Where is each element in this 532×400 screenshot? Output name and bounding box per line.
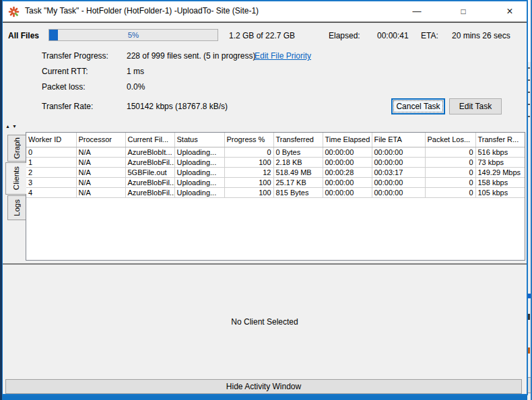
table-cell: 0 bbox=[26, 147, 76, 157]
table-cell: 158 kbps bbox=[475, 177, 525, 187]
tab-label: Logs bbox=[13, 199, 21, 216]
table-cell: 1 bbox=[26, 157, 76, 167]
title-bar: Task "My Task" - HotFolder (HotFolder-1)… bbox=[3, 1, 527, 22]
column-header[interactable]: Progress % bbox=[224, 133, 273, 147]
table-cell: N/A bbox=[76, 177, 125, 187]
tab-label: Graph bbox=[13, 137, 21, 159]
tab-clients[interactable]: Clients bbox=[5, 162, 26, 195]
table-cell: 00:00:00 bbox=[372, 157, 425, 167]
no-client-selected-text: No Client Selected bbox=[3, 317, 527, 327]
detail-pane-divider bbox=[3, 263, 527, 265]
column-header[interactable]: Current Fil... bbox=[125, 133, 174, 147]
splitter-up-icon[interactable]: ▲ bbox=[5, 124, 12, 129]
packet-loss-label: Packet loss: bbox=[42, 82, 86, 92]
hide-activity-window-button[interactable]: Hide Activity Window bbox=[5, 379, 522, 394]
table-row[interactable]: 4N/AAzureBlobFil...Uploading...100815 By… bbox=[26, 187, 525, 197]
current-rtt-value: 1 ms bbox=[127, 67, 144, 76]
table-row[interactable]: 2N/A5GBFile.outUploading...12518.49 MB00… bbox=[26, 167, 525, 177]
titlebar-separator bbox=[3, 22, 527, 23]
table-cell: N/A bbox=[76, 147, 125, 157]
table-cell: 0 Bytes bbox=[273, 147, 323, 157]
table-cell: 00:00:00 bbox=[372, 187, 425, 197]
table-cell: 00:03:17 bbox=[372, 167, 425, 177]
edit-task-button[interactable]: Edit Task bbox=[449, 98, 502, 114]
table-cell: 0 bbox=[425, 157, 475, 167]
table-cell: 00:00:00 bbox=[372, 177, 425, 187]
app-icon bbox=[8, 6, 20, 18]
table-cell: AzureBlobFil... bbox=[125, 187, 174, 197]
eta-label: ETA: bbox=[421, 31, 438, 40]
table-row[interactable]: 0N/AAzureBlobIt...Uploading...00 Bytes00… bbox=[26, 147, 525, 157]
transfer-progress-label: Transfer Progress: bbox=[42, 51, 108, 61]
table-cell: 00:00:00 bbox=[323, 157, 372, 167]
table-cell: Uploading... bbox=[174, 147, 224, 157]
window-title: Task "My Task" - HotFolder (HotFolder-1)… bbox=[25, 6, 259, 15]
tab-label: Clients bbox=[12, 166, 20, 190]
table-cell: 100 bbox=[224, 187, 273, 197]
table-cell: 0 bbox=[425, 187, 475, 197]
table-cell: Uploading... bbox=[174, 157, 224, 167]
background-window-edge bbox=[0, 0, 2, 400]
packet-loss-value: 0.0% bbox=[127, 82, 145, 92]
transfer-progress-value: 228 of 999 files sent. (5 in progress) bbox=[127, 51, 255, 61]
table-cell: 518.49 MB bbox=[273, 167, 323, 177]
column-header[interactable]: Transfer R... bbox=[475, 133, 525, 147]
splitter-down-icon[interactable]: ▼ bbox=[12, 124, 19, 129]
column-header[interactable]: Status bbox=[174, 133, 224, 147]
elapsed-label: Elapsed: bbox=[329, 31, 360, 40]
table-cell: 815 Bytes bbox=[273, 187, 323, 197]
size-progress-label: 1.2 GB of 22.7 GB bbox=[229, 31, 295, 40]
table-cell: 2 bbox=[26, 167, 76, 177]
pane-splitter[interactable]: ▲▼ bbox=[5, 124, 19, 129]
table-cell: 00:00:00 bbox=[323, 187, 372, 197]
elapsed-value: 00:00:41 bbox=[377, 31, 409, 40]
table-cell: 100 bbox=[224, 157, 273, 167]
table-cell: AzureBlobFil... bbox=[125, 157, 174, 167]
eta-value: 20 mins 26 secs bbox=[452, 31, 510, 40]
table-cell: 4 bbox=[26, 187, 76, 197]
table-cell: 00:00:00 bbox=[323, 147, 372, 157]
table-cell: 2.18 KB bbox=[273, 157, 323, 167]
tab-graph[interactable]: Graph bbox=[7, 135, 26, 162]
table-cell: 0 bbox=[425, 177, 475, 187]
table-cell: Uploading... bbox=[174, 177, 224, 187]
edit-file-priority-link[interactable]: Edit File Priority bbox=[255, 51, 311, 61]
background-window-sliver bbox=[527, 0, 532, 400]
table-row[interactable]: 3N/AAzureBlobFil...Uploading...10025.17 … bbox=[26, 177, 525, 187]
column-header[interactable]: Transferred bbox=[273, 133, 323, 147]
transfer-rate-label: Transfer Rate: bbox=[42, 102, 93, 111]
table-cell: 5GBFile.out bbox=[125, 167, 174, 177]
table-cell: Uploading... bbox=[174, 187, 224, 197]
workers-table: Worker IDProcessorCurrent Fil...StatusPr… bbox=[26, 133, 525, 198]
column-header[interactable]: Processor bbox=[76, 133, 125, 147]
transfer-rate-value: 150142 kbps (18767.8 kB/s) bbox=[127, 102, 228, 111]
table-cell: 516 kbps bbox=[475, 147, 525, 157]
table-cell: 00:00:28 bbox=[323, 167, 372, 177]
close-icon[interactable]: × bbox=[498, 1, 521, 22]
table-cell: 25.17 KB bbox=[273, 177, 323, 187]
tab-logs[interactable]: Logs bbox=[7, 195, 26, 220]
column-header[interactable]: File ETA bbox=[372, 133, 425, 147]
table-cell: 0 bbox=[425, 167, 475, 177]
column-header[interactable]: Worker ID bbox=[26, 133, 76, 147]
table-cell: 0 bbox=[425, 147, 475, 157]
column-header[interactable]: Time Elapsed bbox=[323, 133, 372, 147]
table-cell: AzureBlobFil... bbox=[125, 177, 174, 187]
table-cell: AzureBlobIt... bbox=[125, 147, 174, 157]
workers-table-container: Worker IDProcessorCurrent Fil...StatusPr… bbox=[26, 132, 525, 261]
all-files-progress-bar: 5% bbox=[48, 29, 218, 41]
progress-percent-label: 5% bbox=[49, 31, 218, 39]
table-cell: N/A bbox=[76, 187, 125, 197]
table-row[interactable]: 1N/AAzureBlobFil...Uploading...1002.18 K… bbox=[26, 157, 525, 167]
table-cell: 73 kbps bbox=[475, 157, 525, 167]
table-cell: N/A bbox=[76, 157, 125, 167]
table-cell: 3 bbox=[26, 177, 76, 187]
table-cell: 105 kbps bbox=[475, 187, 525, 197]
cancel-task-button[interactable]: Cancel Task bbox=[391, 98, 445, 114]
table-cell: 12 bbox=[224, 167, 273, 177]
column-header[interactable]: Packet Los... bbox=[425, 133, 475, 147]
table-cell: 149.29 Mbps bbox=[475, 167, 525, 177]
minimize-icon[interactable]: — bbox=[405, 1, 428, 22]
maximize-icon[interactable]: □ bbox=[452, 1, 475, 22]
table-cell: N/A bbox=[76, 167, 125, 177]
